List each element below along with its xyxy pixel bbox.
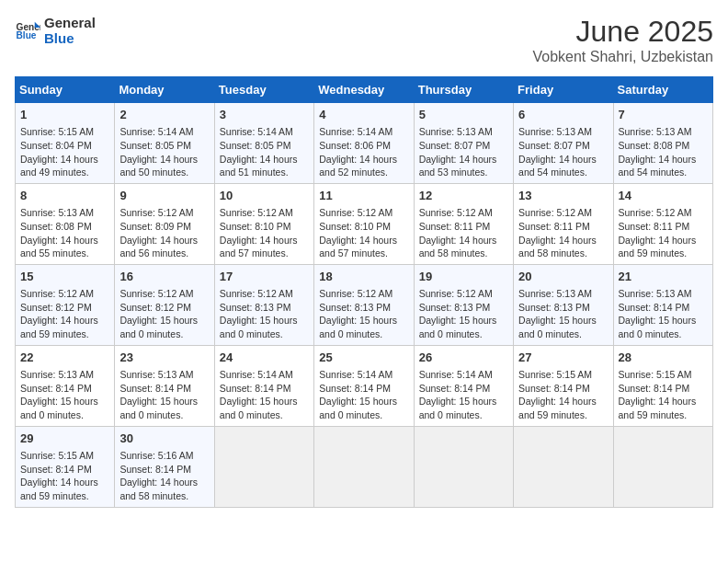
calendar-cell: 30Sunrise: 5:16 AMSunset: 8:14 PMDayligh… bbox=[115, 426, 214, 507]
calendar-cell: 11Sunrise: 5:12 AMSunset: 8:10 PMDayligh… bbox=[314, 183, 414, 264]
calendar-cell: 23Sunrise: 5:13 AMSunset: 8:14 PMDayligh… bbox=[115, 345, 214, 426]
header-monday: Monday bbox=[115, 77, 214, 103]
calendar-cell: 3Sunrise: 5:14 AMSunset: 8:05 PMDaylight… bbox=[214, 103, 313, 184]
calendar-cell: 6Sunrise: 5:13 AMSunset: 8:07 PMDaylight… bbox=[514, 103, 613, 184]
calendar-cell: 25Sunrise: 5:14 AMSunset: 8:14 PMDayligh… bbox=[314, 345, 414, 426]
header-saturday: Saturday bbox=[613, 77, 712, 103]
calendar-cell: 10Sunrise: 5:12 AMSunset: 8:10 PMDayligh… bbox=[214, 183, 313, 264]
calendar-cell: 13Sunrise: 5:12 AMSunset: 8:11 PMDayligh… bbox=[514, 183, 613, 264]
header-thursday: Thursday bbox=[414, 77, 513, 103]
calendar-cell: 20Sunrise: 5:13 AMSunset: 8:13 PMDayligh… bbox=[514, 264, 613, 345]
calendar-cell: 18Sunrise: 5:12 AMSunset: 8:13 PMDayligh… bbox=[314, 264, 414, 345]
calendar-cell: 8Sunrise: 5:13 AMSunset: 8:08 PMDaylight… bbox=[16, 183, 115, 264]
calendar-cell: 14Sunrise: 5:12 AMSunset: 8:11 PMDayligh… bbox=[613, 183, 712, 264]
calendar-subtitle: Vobkent Shahri, Uzbekistan bbox=[532, 49, 713, 65]
logo-line1: General bbox=[44, 15, 96, 30]
calendar-week-5: 29Sunrise: 5:15 AMSunset: 8:14 PMDayligh… bbox=[16, 426, 713, 507]
calendar-cell: 24Sunrise: 5:14 AMSunset: 8:14 PMDayligh… bbox=[214, 345, 313, 426]
calendar-cell bbox=[514, 426, 613, 507]
calendar-cell: 26Sunrise: 5:14 AMSunset: 8:14 PMDayligh… bbox=[414, 345, 513, 426]
calendar-cell: 27Sunrise: 5:15 AMSunset: 8:14 PMDayligh… bbox=[514, 345, 613, 426]
page-header: General Blue General Blue June 2025 Vobk… bbox=[15, 15, 713, 65]
calendar-cell: 19Sunrise: 5:12 AMSunset: 8:13 PMDayligh… bbox=[414, 264, 513, 345]
calendar-cell: 29Sunrise: 5:15 AMSunset: 8:14 PMDayligh… bbox=[16, 426, 115, 507]
calendar-cell: 15Sunrise: 5:12 AMSunset: 8:12 PMDayligh… bbox=[16, 264, 115, 345]
calendar-cell: 2Sunrise: 5:14 AMSunset: 8:05 PMDaylight… bbox=[115, 103, 214, 184]
calendar-cell: 21Sunrise: 5:13 AMSunset: 8:14 PMDayligh… bbox=[613, 264, 712, 345]
header-tuesday: Tuesday bbox=[214, 77, 313, 103]
svg-text:Blue: Blue bbox=[17, 30, 37, 40]
calendar-cell: 17Sunrise: 5:12 AMSunset: 8:13 PMDayligh… bbox=[214, 264, 313, 345]
calendar-cell: 12Sunrise: 5:12 AMSunset: 8:11 PMDayligh… bbox=[414, 183, 513, 264]
calendar-week-1: 1Sunrise: 5:15 AMSunset: 8:04 PMDaylight… bbox=[16, 103, 713, 184]
calendar-cell: 1Sunrise: 5:15 AMSunset: 8:04 PMDaylight… bbox=[16, 103, 115, 184]
calendar-cell: 22Sunrise: 5:13 AMSunset: 8:14 PMDayligh… bbox=[16, 345, 115, 426]
calendar-week-4: 22Sunrise: 5:13 AMSunset: 8:14 PMDayligh… bbox=[16, 345, 713, 426]
calendar-week-2: 8Sunrise: 5:13 AMSunset: 8:08 PMDaylight… bbox=[16, 183, 713, 264]
calendar-table: SundayMondayTuesdayWednesdayThursdayFrid… bbox=[15, 76, 713, 508]
logo: General Blue General Blue bbox=[15, 15, 96, 46]
calendar-cell: 5Sunrise: 5:13 AMSunset: 8:07 PMDaylight… bbox=[414, 103, 513, 184]
calendar-cell bbox=[314, 426, 414, 507]
logo-icon: General Blue bbox=[15, 17, 40, 43]
calendar-cell: 9Sunrise: 5:12 AMSunset: 8:09 PMDaylight… bbox=[115, 183, 214, 264]
calendar-week-3: 15Sunrise: 5:12 AMSunset: 8:12 PMDayligh… bbox=[16, 264, 713, 345]
calendar-cell: 28Sunrise: 5:15 AMSunset: 8:14 PMDayligh… bbox=[613, 345, 712, 426]
logo-line2: Blue bbox=[44, 30, 96, 46]
calendar-cell: 7Sunrise: 5:13 AMSunset: 8:08 PMDaylight… bbox=[613, 103, 712, 184]
header-friday: Friday bbox=[514, 77, 613, 103]
calendar-cell bbox=[414, 426, 513, 507]
header-wednesday: Wednesday bbox=[314, 77, 414, 103]
calendar-cell bbox=[214, 426, 313, 507]
calendar-cell: 16Sunrise: 5:12 AMSunset: 8:12 PMDayligh… bbox=[115, 264, 214, 345]
title-block: June 2025 Vobkent Shahri, Uzbekistan bbox=[532, 15, 713, 65]
calendar-header-row: SundayMondayTuesdayWednesdayThursdayFrid… bbox=[16, 77, 713, 103]
calendar-cell: 4Sunrise: 5:14 AMSunset: 8:06 PMDaylight… bbox=[314, 103, 414, 184]
calendar-cell bbox=[613, 426, 712, 507]
header-sunday: Sunday bbox=[16, 77, 115, 103]
calendar-title: June 2025 bbox=[532, 15, 713, 49]
